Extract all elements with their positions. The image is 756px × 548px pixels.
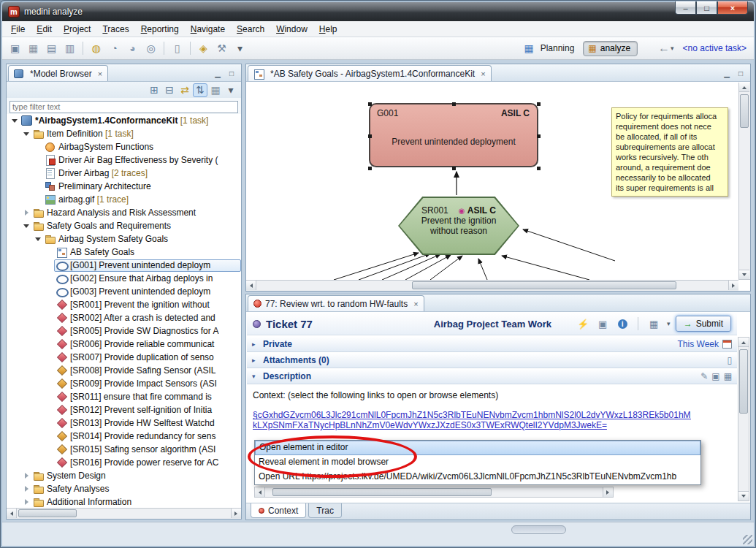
tree-item[interactable]: [SR016] Provide power reserve for AC bbox=[7, 456, 241, 469]
tree-item[interactable]: [SR012] Prevent self-ignition of Initia bbox=[7, 403, 241, 416]
popup-item[interactable]: Open URL https://projects.ikv.de/UMEDA/w… bbox=[255, 470, 700, 484]
popup-item[interactable]: Open element in editor bbox=[255, 441, 700, 455]
open-description-icon[interactable]: ▣ bbox=[711, 371, 719, 381]
tree-item[interactable]: Item Definition [1 task] bbox=[7, 127, 241, 140]
print-icon[interactable]: ▤ bbox=[43, 40, 60, 57]
menu-navigate[interactable]: Navigate bbox=[185, 22, 231, 37]
edit-description-icon[interactable]: ✎ bbox=[700, 371, 708, 381]
section-attachments[interactable]: ▸ Attachments (0) ▯ bbox=[247, 353, 737, 368]
open-perspective-button[interactable]: ▦ bbox=[521, 40, 538, 57]
tree-item[interactable]: [SR013] Provide HW Selftest Watchd bbox=[7, 416, 241, 430]
tree-item[interactable]: [G001] Prevent unintended deploym bbox=[7, 259, 241, 272]
clipboard-icon[interactable]: ▯ bbox=[169, 40, 186, 57]
model-tree-hscrollbar[interactable] bbox=[7, 508, 241, 519]
tree-expander-icon[interactable] bbox=[23, 497, 31, 507]
expand-all-icon[interactable]: ⊞ bbox=[147, 83, 161, 97]
layout-icon[interactable]: ▦ bbox=[646, 316, 661, 331]
maximize-window-button[interactable]: □ bbox=[696, 1, 717, 15]
task-bubble-icon[interactable]: ◕ bbox=[124, 40, 141, 57]
tree-expander-icon[interactable] bbox=[23, 208, 31, 218]
selection-handles[interactable] bbox=[368, 102, 372, 106]
close-window-button[interactable]: × bbox=[717, 1, 748, 15]
tree-expander-icon[interactable] bbox=[11, 115, 19, 126]
collapse-icon[interactable]: ▸ bbox=[252, 357, 260, 364]
tree-item[interactable]: Safety Goals and Requirements bbox=[7, 219, 241, 232]
tree-item[interactable]: airbag.gif [1 trace] bbox=[7, 193, 241, 206]
description-hscrollbar[interactable] bbox=[254, 487, 614, 498]
minimize-window-button[interactable]: – bbox=[675, 1, 696, 15]
tree-item[interactable]: Hazard Analysis and Risk Assessment bbox=[7, 206, 241, 219]
popup-item[interactable]: Reveal element in model browser bbox=[255, 455, 700, 470]
page-tab-trac[interactable]: Trac bbox=[308, 503, 342, 518]
menu-file[interactable]: File bbox=[5, 22, 31, 37]
menu-reporting[interactable]: Reporting bbox=[135, 22, 185, 37]
new-task-icon[interactable]: ◍ bbox=[88, 40, 104, 57]
menu-help[interactable]: Help bbox=[313, 22, 343, 37]
tree-item[interactable]: Preliminary Architecture bbox=[7, 180, 241, 193]
menu-search[interactable]: Search bbox=[231, 22, 270, 37]
tree-item[interactable]: [SR001] Prevent the ignition without bbox=[7, 298, 241, 311]
tree-expander-icon[interactable] bbox=[23, 484, 31, 494]
active-task-label[interactable]: <no active task> bbox=[683, 43, 747, 53]
tree-item[interactable]: Safety Analyses bbox=[7, 482, 241, 495]
tree-item[interactable]: Airbag System Safety Goals bbox=[7, 232, 241, 246]
tree-expander-icon[interactable] bbox=[23, 471, 31, 481]
save-icon[interactable]: ▦ bbox=[25, 40, 42, 57]
ticket-vscrollbar[interactable] bbox=[738, 337, 749, 501]
editor-tab[interactable]: *AB Safety Goals - AirbagSystem1.4Confor… bbox=[248, 65, 492, 81]
minimize-pane-button[interactable]: ▁ bbox=[721, 68, 733, 78]
menu-window[interactable]: Window bbox=[270, 22, 313, 37]
tree-item[interactable]: *AirbagSystem1.4ConformanceKit [1 task] bbox=[7, 114, 241, 127]
section-private[interactable]: ▸ Private This Week bbox=[247, 337, 737, 352]
tree-item[interactable]: [SR005] Provide SW Diagnostics for A bbox=[7, 324, 241, 338]
close-tab-icon[interactable]: × bbox=[481, 69, 485, 78]
element-link-line1[interactable]: §cGxhdGZvcm06L3Jlc291cmNlL0FpcmJhZ1N5c3R… bbox=[253, 410, 691, 420]
tree-item[interactable]: Driver Airbag [2 traces] bbox=[7, 167, 241, 180]
repository-task-icon[interactable]: ◎ bbox=[142, 40, 159, 57]
goal-node-g001[interactable]: G001 ASIL C Prevent unintended deploymen… bbox=[369, 103, 538, 167]
tree-item[interactable]: [SR008] Provide Safing Sensor (ASIL bbox=[7, 364, 241, 377]
element-link-line2[interactable]: kLXpSNmFXaTNycHpBLnNhZmV0eWdvYWxzJXzdES0… bbox=[253, 420, 691, 430]
link-with-editor-icon[interactable]: ⇅ bbox=[193, 83, 207, 97]
back-navigation-button[interactable]: ← ▾ bbox=[658, 42, 674, 55]
editor-hscrollbar[interactable] bbox=[246, 280, 738, 291]
menu-project[interactable]: Project bbox=[58, 22, 96, 37]
tree-item[interactable]: [G003] Prevent unintended deploym bbox=[7, 285, 241, 298]
tree-item[interactable]: [G002] Ensure that Airbag deploys in bbox=[7, 272, 241, 285]
tree-expander-icon[interactable] bbox=[23, 129, 31, 139]
expand-icon[interactable]: ▾ bbox=[252, 373, 260, 380]
resize-grip[interactable] bbox=[743, 535, 752, 544]
tree-item[interactable]: [SR007] Provide duplication of senso bbox=[7, 351, 241, 364]
export-icon[interactable]: ▥ bbox=[61, 40, 78, 57]
layout-caret-icon[interactable]: ▾ bbox=[667, 320, 671, 327]
perspective-planning-button[interactable]: Planning bbox=[541, 43, 575, 53]
open-in-window-icon[interactable]: ▣ bbox=[595, 316, 610, 331]
toolbar-menu-caret[interactable]: ▾ bbox=[232, 40, 248, 57]
diagram-canvas[interactable]: G001 ASIL C Prevent unintended deploymen… bbox=[246, 83, 738, 280]
section-description[interactable]: ▾ Description ✎ ▣ ▦ bbox=[247, 369, 737, 384]
tree-item[interactable]: AirbagSystem Functions bbox=[7, 140, 241, 153]
policy-note[interactable]: Policy for requirments allocarequirement… bbox=[611, 107, 728, 197]
editor-vscrollbar[interactable] bbox=[738, 83, 750, 280]
wrench-icon[interactable]: ⚒ bbox=[213, 40, 230, 57]
maximize-pane-button[interactable]: □ bbox=[735, 68, 747, 78]
tree-item[interactable]: [SR002] After a crash is detected and bbox=[7, 311, 241, 324]
submit-button[interactable]: → Submit bbox=[676, 316, 731, 332]
maximize-pane-button[interactable]: □ bbox=[226, 68, 237, 78]
menu-traces[interactable]: Traces bbox=[96, 22, 134, 37]
tree-expander-icon[interactable] bbox=[23, 221, 31, 231]
scheduled-week-link[interactable]: This Week bbox=[678, 339, 719, 349]
minimize-pane-button[interactable]: ▁ bbox=[212, 68, 224, 78]
collapse-all-icon[interactable]: ⊟ bbox=[162, 83, 177, 97]
requirement-node-sr001[interactable]: SR001 ◉ ASIL C Prevent the ignition with… bbox=[398, 197, 519, 255]
sync-icon[interactable]: ⇄ bbox=[177, 83, 192, 97]
scheduled-task-icon[interactable]: ◔ bbox=[106, 40, 123, 57]
tree-item[interactable]: [SR006] Provide reliable communicat bbox=[7, 338, 241, 351]
info-icon[interactable] bbox=[615, 316, 630, 331]
customize-view-icon[interactable]: ▦ bbox=[208, 83, 223, 97]
tree-item[interactable]: System Design bbox=[7, 469, 241, 482]
tree-item[interactable]: [SR011] ensure that fire command is bbox=[7, 390, 241, 403]
title-bar[interactable]: m medini analyze –□× bbox=[2, 2, 754, 21]
ticket-tab[interactable]: 77: Review wrt. to random HW-faults × bbox=[248, 295, 424, 311]
filter-input[interactable] bbox=[9, 101, 238, 113]
